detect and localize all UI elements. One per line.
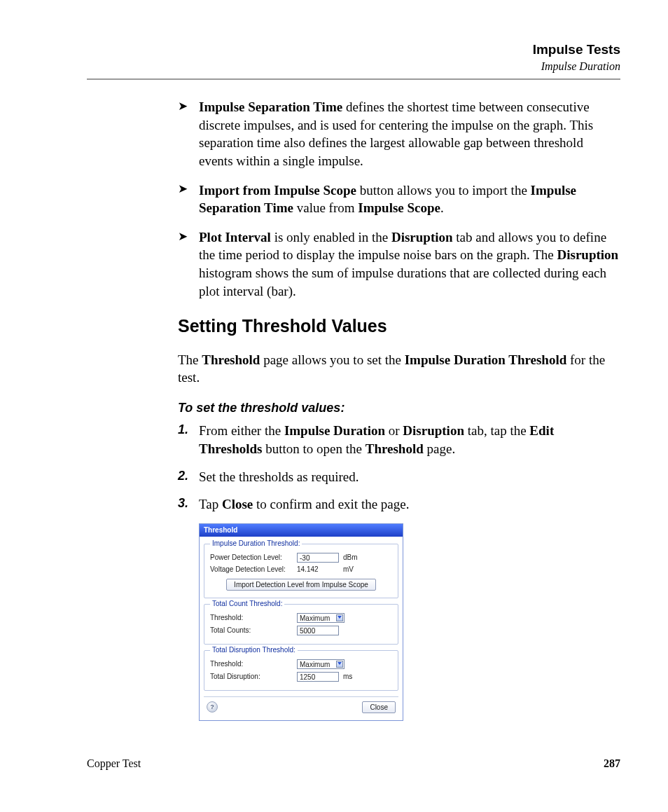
close-button[interactable]: Close (362, 701, 396, 713)
step-item: Set the thresholds as required. (178, 468, 620, 486)
text: or (385, 423, 403, 438)
select-value: Maximum (300, 614, 330, 622)
chevron-down-icon (338, 662, 342, 665)
disruption-threshold-select[interactable]: Maximum (297, 659, 345, 669)
term: Impulse Duration Threshold (405, 352, 567, 367)
chevron-down-icon (338, 616, 342, 619)
label: Total Disruption: (210, 673, 293, 682)
dialog-body: Impulse Duration Threshold: Power Detect… (200, 537, 403, 720)
fieldset-legend: Total Disruption Threshold: (210, 646, 298, 655)
label: Total Counts: (210, 626, 293, 635)
voltage-detection-level-value: 14.142 (297, 565, 339, 574)
dialog-titlebar: Threshold (200, 524, 403, 537)
row-voltage-detection-level: Voltage Detection Level: 14.142 mV (210, 565, 392, 574)
term: Disruption (391, 230, 453, 245)
unit: mV (343, 565, 354, 574)
dialog-footer: Close (204, 696, 398, 716)
text: Set the thresholds as required. (199, 469, 359, 484)
text: Tap (199, 497, 222, 511)
term: Plot Interval (199, 230, 271, 245)
text: histogram shows the sum of impulse durat… (199, 266, 606, 298)
page-footer: Copper Test 287 (87, 757, 620, 770)
row-threshold: Threshold: Maximum (210, 659, 392, 669)
header-rule (87, 78, 620, 80)
step-item: From either the Impulse Duration or Disr… (178, 422, 620, 457)
heading-setting-threshold: Setting Threshold Values (178, 315, 620, 337)
text: is only enabled in the (271, 230, 391, 245)
total-disruption-input[interactable]: 1250 (297, 672, 339, 682)
page-number: 287 (604, 757, 620, 770)
running-head: Impulse Tests Impulse Duration (87, 42, 620, 73)
unit: ms (343, 673, 352, 682)
section-title: Impulse Duration (87, 60, 620, 73)
unit: dBm (343, 553, 358, 563)
bullet-list: Impulse Separation Time defines the shor… (178, 98, 620, 300)
total-counts-input[interactable]: 5000 (297, 626, 339, 635)
text: The (178, 352, 202, 367)
text: button to open the (262, 441, 365, 456)
footer-left: Copper Test (87, 757, 141, 770)
term: Disruption (403, 423, 464, 438)
bullet-item: Impulse Separation Time defines the shor… (178, 98, 620, 170)
paragraph: The Threshold page allows you to set the… (178, 351, 620, 387)
select-value: Maximum (300, 661, 330, 668)
fieldset-total-count-threshold: Total Count Threshold: Threshold: Maximu… (204, 604, 398, 645)
text: to confirm and exit the page. (253, 497, 409, 511)
body-content: Impulse Separation Time defines the shor… (178, 98, 620, 721)
row-power-detection-level: Power Detection Level: -30 dBm (210, 553, 392, 563)
term: Threshold (366, 441, 424, 456)
label: Voltage Detection Level: (210, 565, 293, 574)
text: From either the (199, 423, 284, 438)
bullet-item: Import from Impulse Scope button allows … (178, 181, 620, 217)
text: tab, tap the (464, 423, 529, 438)
import-detection-level-button[interactable]: Import Detection Level from Impulse Scop… (226, 579, 376, 591)
term: Import from Impulse Scope (199, 183, 356, 198)
fieldset-legend: Total Count Threshold: (210, 600, 284, 609)
procedure-lead: To set the threshold values: (178, 400, 620, 416)
fieldset-impulse-duration-threshold: Impulse Duration Threshold: Power Detect… (204, 544, 398, 598)
power-detection-level-input[interactable]: -30 (297, 553, 339, 563)
term: Threshold (202, 352, 260, 367)
term: Impulse Duration (284, 423, 385, 438)
text: value from (293, 200, 358, 215)
term: Close (222, 497, 253, 511)
term: Disruption (557, 247, 619, 262)
help-icon[interactable] (207, 701, 218, 713)
bullet-item: Plot Interval is only enabled in the Dis… (178, 228, 620, 301)
label: Threshold: (210, 614, 293, 623)
count-threshold-select[interactable]: Maximum (297, 613, 345, 623)
step-item: Tap Close to confirm and exit the page. (178, 495, 620, 514)
row-total-disruption: Total Disruption: 1250 ms (210, 672, 392, 682)
text: page. (424, 441, 455, 456)
row-threshold: Threshold: Maximum (210, 613, 392, 623)
fieldset-legend: Impulse Duration Threshold: (210, 539, 302, 549)
steps-list: From either the Impulse Duration or Disr… (178, 422, 620, 514)
text: button allows you to import the (356, 183, 531, 198)
text: page allows you to set the (260, 352, 404, 367)
threshold-dialog: Threshold Impulse Duration Threshold: Po… (199, 523, 403, 721)
chapter-title: Impulse Tests (87, 42, 620, 58)
term: Impulse Separation Time (199, 99, 342, 114)
text: . (440, 200, 444, 215)
term: Impulse Scope (358, 200, 440, 215)
fieldset-total-disruption-threshold: Total Disruption Threshold: Threshold: M… (204, 650, 398, 691)
label: Threshold: (210, 660, 293, 669)
label: Power Detection Level: (210, 553, 293, 563)
row-total-counts: Total Counts: 5000 (210, 626, 392, 635)
